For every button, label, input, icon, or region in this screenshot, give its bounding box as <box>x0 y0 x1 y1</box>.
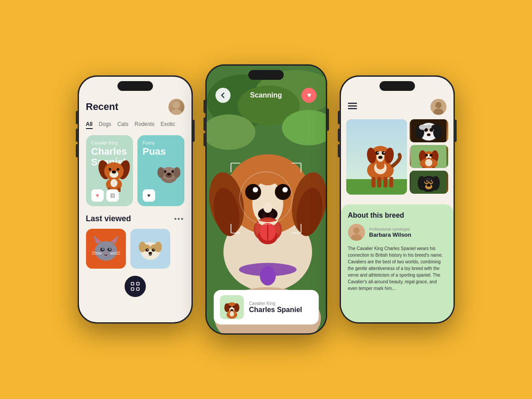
svg-point-115 <box>378 156 383 159</box>
scan-frame-container <box>231 163 301 234</box>
heart-button-2[interactable]: ♥ <box>143 189 155 202</box>
card-1-subtitle: Cavalier King <box>91 141 128 145</box>
svg-point-29 <box>102 249 103 250</box>
svg-point-148 <box>425 180 428 183</box>
phone-2-inner: Scanning ♥ <box>207 66 326 333</box>
phone-1-content: Recent All Dogs Cats <box>79 77 192 322</box>
last-viewed-section: Last viewed ••• <box>86 214 184 223</box>
avatar-image <box>168 99 184 115</box>
dog-thumb[interactable] <box>130 229 170 269</box>
side-image-1[interactable] <box>410 119 448 142</box>
svg-point-16 <box>167 173 171 176</box>
svg-rect-47 <box>131 282 134 285</box>
breed-description: The Cavalier King Charles Spaniel wears … <box>348 245 446 292</box>
svg-point-8 <box>117 168 119 171</box>
svg-rect-48 <box>137 282 139 285</box>
card-2-subtitle: Funny <box>143 141 179 145</box>
notch-3 <box>379 81 415 91</box>
svg-point-111 <box>376 151 379 155</box>
tab-all[interactable]: All <box>86 121 93 129</box>
svg-point-144 <box>432 176 440 190</box>
scan-result-subtitle: Cavalier King <box>249 301 302 306</box>
svg-rect-49 <box>131 288 134 290</box>
svg-rect-50 <box>137 288 139 290</box>
phone-3-content: About this breed Professional cynologist <box>341 77 454 322</box>
svg-point-96 <box>435 102 442 108</box>
svg-point-85 <box>224 303 230 312</box>
tab-exotic[interactable]: Exotic <box>160 121 175 129</box>
svg-point-86 <box>234 303 239 312</box>
svg-point-10 <box>110 179 117 187</box>
svg-point-30 <box>109 249 110 250</box>
svg-point-125 <box>419 125 426 130</box>
card-1-actions: ♥ ⊡ <box>91 189 119 202</box>
svg-rect-103 <box>377 177 381 188</box>
side-image-3[interactable] <box>410 171 448 194</box>
phone-3: About this breed Professional cynologist <box>340 75 455 324</box>
back-button[interactable] <box>215 88 231 103</box>
last-viewed-title: Last viewed <box>86 214 131 223</box>
svg-point-91 <box>230 311 234 317</box>
svg-point-40 <box>139 242 146 252</box>
svg-point-152 <box>427 184 431 187</box>
side-breed-images <box>410 119 448 194</box>
scan-circle <box>239 172 293 225</box>
phone-2: Scanning ♥ <box>205 64 327 335</box>
svg-point-112 <box>382 151 385 155</box>
breed-images-grid <box>341 119 454 199</box>
scan-title: Scanning <box>250 91 282 99</box>
expert-name: Barbara Wilson <box>369 231 411 238</box>
scan-result-thumbnail <box>220 295 244 319</box>
svg-point-89 <box>233 306 235 308</box>
svg-point-151 <box>431 180 432 181</box>
svg-point-124 <box>427 133 430 136</box>
card-2-actions: ♥ <box>143 189 155 202</box>
phones-container: Recent All Dogs Cats <box>78 64 455 335</box>
notch-1 <box>117 81 153 91</box>
menu-button[interactable] <box>348 102 357 112</box>
svg-rect-105 <box>389 177 393 188</box>
tab-rodents[interactable]: Rodents <box>135 121 155 129</box>
dog-thumb-image <box>130 229 170 269</box>
heart-button[interactable]: ♥ <box>91 189 104 202</box>
phone-1-inner: Recent All Dogs Cats <box>79 77 192 322</box>
card-pug[interactable]: Funny Puas <box>137 135 184 206</box>
expert-section: Professional cynologist Barbara Wilson <box>348 224 446 241</box>
svg-point-113 <box>377 152 379 153</box>
svg-rect-102 <box>372 177 376 188</box>
svg-point-88 <box>229 306 231 308</box>
svg-point-1 <box>171 109 182 115</box>
scan-button[interactable] <box>125 276 146 297</box>
svg-point-154 <box>353 227 360 234</box>
scan-header: Scanning ♥ <box>207 88 326 103</box>
last-viewed-thumbs <box>86 229 184 269</box>
svg-point-46 <box>149 252 152 254</box>
svg-rect-99 <box>346 179 407 195</box>
card-cavalier[interactable]: Cavalier King CharlesSpaniel <box>86 135 133 206</box>
card-1-dog-image <box>95 154 133 192</box>
svg-point-41 <box>155 242 162 252</box>
svg-point-114 <box>383 152 385 153</box>
square-button[interactable]: ⊡ <box>106 189 119 202</box>
favorite-button[interactable]: ♥ <box>301 88 317 103</box>
scan-result-text: Cavalier King Charles Spaniel <box>249 301 302 314</box>
phone-1-header: Recent <box>86 99 184 115</box>
card-2-title: Puas <box>143 146 179 157</box>
tab-dogs[interactable]: Dogs <box>99 121 111 129</box>
side-image-2[interactable] <box>410 145 448 168</box>
phone-2-content: Scanning ♥ <box>207 66 326 333</box>
phone-3-avatar[interactable] <box>430 99 446 115</box>
scan-result-name: Charles Spaniel <box>249 306 302 314</box>
svg-point-150 <box>426 180 427 181</box>
main-breed-image[interactable] <box>346 119 407 195</box>
svg-point-80 <box>260 266 276 286</box>
cat-thumb[interactable] <box>86 229 126 269</box>
svg-point-137 <box>425 159 432 166</box>
tab-cats[interactable]: Cats <box>117 121 129 129</box>
notch-2 <box>248 70 284 80</box>
more-options[interactable]: ••• <box>174 215 184 223</box>
svg-point-19 <box>157 167 164 178</box>
scan-result-card[interactable]: Cavalier King Charles Spaniel <box>214 290 319 325</box>
avatar[interactable] <box>168 99 184 115</box>
svg-point-134 <box>430 154 432 156</box>
